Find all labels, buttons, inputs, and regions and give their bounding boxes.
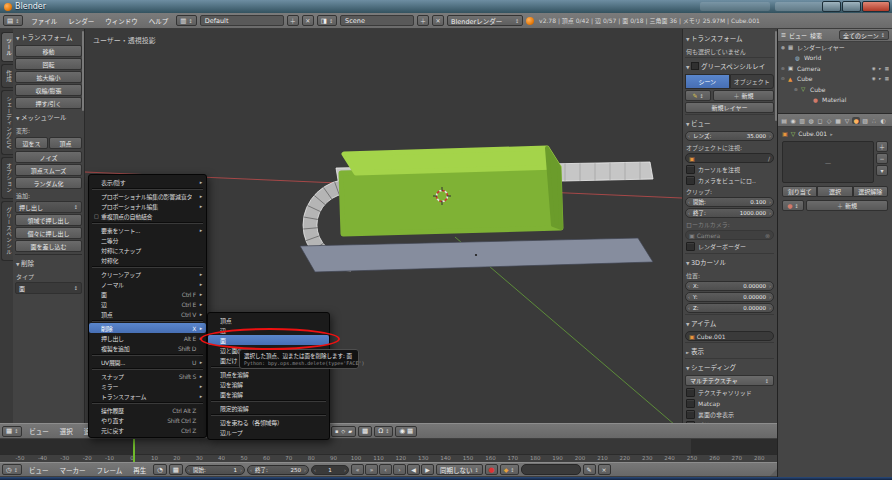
menu-item[interactable]: プロポーショナル編集 ▸ [89,201,206,211]
material-specials-button[interactable]: ▾ [876,165,888,176]
timeline-content[interactable] [0,439,777,454]
current-frame-marker[interactable] [133,439,135,462]
eyedropper-icon[interactable]: ∕ [768,155,770,162]
menu-item[interactable]: クリーンアップ ▸ [89,269,206,279]
remove-material-slot-button[interactable]: − [876,153,888,164]
menu-item[interactable]: 選択 [55,425,78,437]
item-name-field[interactable]: ▣Cube.001 [685,331,774,341]
current-frame-field[interactable]: 1 [311,465,349,475]
cursor-z-slider[interactable]: Z:0.00000 [685,303,774,313]
tool-shelf-tab[interactable]: オプション [1,157,13,199]
menu-item[interactable]: ミラー ▸ [89,381,206,391]
menu-item[interactable]: 頂点を溶解 [208,369,329,379]
shading-checkbox[interactable]: 裏面の非表示 [686,410,773,419]
close-button[interactable] [862,1,890,12]
visibility-toggles[interactable]: ◉ ▸ ▦ [872,66,890,71]
maximize-button[interactable] [842,1,861,12]
menu-item[interactable]: トランスフォーム ▸ [89,391,206,401]
outliner-row-cube[interactable]: ⊖▲Cube◉ ▸ ▦ [778,74,892,85]
record-button[interactable]: ● [485,464,498,475]
tool-button[interactable]: ノイズ [15,151,82,163]
sync-dropdown[interactable]: 同期しない↕ [436,464,483,475]
menu-item[interactable]: レンダー [63,15,99,27]
visibility-toggles[interactable]: ◉ ▸ ▦ [872,76,890,81]
gp-draw-dropdown[interactable]: ✎↕ [685,90,711,101]
opengl-render-buttons[interactable]: ◉▦ [395,426,417,437]
playback-button[interactable]: ◀ [407,464,420,475]
menu-item[interactable] [89,319,206,323]
keying-set-dropdown[interactable]: ◆↕ [500,464,519,475]
delete-type-dropdown[interactable]: 面↕ [15,282,82,294]
menu-item[interactable]: マーカー [54,464,90,476]
menu-item[interactable]: 削除 X ▸ [89,323,206,333]
properties-tab-icon[interactable]: ▽ [843,117,851,124]
outliner-row-render-layers[interactable]: ●▦レンダーレイヤー [778,42,892,53]
frame-start-slider[interactable]: 開始:1 [185,465,245,475]
shading-checkbox[interactable]: テクスチャソリッド [686,388,773,397]
properties-tab-icon[interactable]: ◻ [816,117,824,124]
menu-item[interactable]: やり直す Shift Ctrl Z [89,415,206,425]
editor-type-button[interactable]: ▤↕ [3,15,23,26]
menu-item[interactable]: 対称にスナップ [89,245,206,255]
properties-tab-icon[interactable]: ◐ [879,117,887,124]
properties-tab-icon[interactable]: ▤ [780,117,788,124]
menu-item[interactable]: スナップ Shift S ▸ [89,371,206,381]
tool-button[interactable]: 拡大縮小 [15,71,82,83]
tool-shelf-tab[interactable]: グリースペンシル [1,201,13,261]
select-mode-buttons[interactable]: ▪ ◇ ▰ [331,426,356,437]
tool-button[interactable]: ランダム化 [15,177,82,189]
local-camera-field[interactable]: ▣Camera⊗ [685,230,774,240]
menu-item[interactable]: 辺 Ctrl E ▸ [89,299,206,309]
clip-end-slider[interactable]: 終了:1000.000 [685,208,774,218]
screen-layout-icon-button[interactable]: ▥↕ [176,15,196,26]
menu-item[interactable]: UV展開... U ▸ [89,357,206,367]
panel-header-item[interactable]: アイテム [685,314,774,330]
cursor-y-slider[interactable]: Y:0.00000 [685,292,774,302]
menu-item[interactable]: ノーマル ▸ [89,279,206,289]
menu-item[interactable]: 頂点 Ctrl V ▸ [89,309,206,319]
menu-item[interactable] [89,353,206,357]
menu-item[interactable] [89,265,206,269]
lock-object-field[interactable]: ▣∕ [685,153,774,163]
face-select-icon[interactable]: ▰ [348,428,352,434]
properties-tab-icon[interactable]: ◉ [789,117,797,124]
add-material-slot-button[interactable]: ＋ [876,141,888,152]
menu-item[interactable]: 対称化 [89,255,206,265]
menu-item[interactable]: 操作履歴 Ctrl Alt Z [89,405,206,415]
properties-tab-icon[interactable]: ◇ [825,117,833,124]
panel-header-3d-cursor[interactable]: 3Dカーソル [685,253,774,269]
menu-item[interactable] [208,399,329,403]
outliner-filter-dropdown[interactable]: 全てのシーン↕ [839,30,889,40]
playback-button[interactable]: › [393,464,406,475]
tool-button[interactable]: 押す/引く [15,97,82,109]
extrude-dropdown[interactable]: 押し出し↕ [15,201,82,213]
lock-cursor-checkbox[interactable]: カーソルを注視 [686,165,773,174]
occlude-geometry-button[interactable]: ▩ [358,426,372,437]
properties-tab-icon[interactable]: ▨ [861,117,869,124]
outliner-editor-icon[interactable]: ☰ [781,32,786,38]
gp-new-layer-button[interactable]: 新規レイヤー [685,102,774,113]
menu-item[interactable]: 二等分 [89,235,206,245]
new-material-button[interactable]: ＋新規 [806,200,888,211]
edge-select-icon[interactable]: ◇ [341,428,345,434]
clip-start-slider[interactable]: 開始:0.100 [685,197,774,207]
playback-button[interactable]: ‹ [379,464,392,475]
insert-keyframe-button[interactable]: ✎ [583,464,596,475]
menu-item[interactable]: 辺を束ねる（各領域毎） [208,417,329,427]
tool-shelf-tab[interactable]: ツール [1,32,13,62]
menu-item[interactable]: 限定的溶解 [208,403,329,413]
panel-header-display[interactable]: 表示 [685,342,774,358]
properties-tab-icon[interactable]: ▥ [798,117,806,124]
tool-button[interactable]: 領域で押し出し [15,214,82,226]
panel-header-view[interactable]: ビュー [685,114,774,130]
menu-item[interactable]: □ 重複頂点の自動結合 [89,211,206,221]
tool-button[interactable]: 個々に押し出し [15,227,82,239]
menu-item[interactable] [89,221,206,225]
outliner-row-cube-data[interactable]: ⊕▽Cube [778,84,892,95]
shading-checkbox[interactable]: Matcap [686,399,773,408]
tool-button[interactable]: 面を差し込む [15,240,82,252]
menu-item[interactable] [89,187,206,191]
gp-new-button[interactable]: ＋新規 [713,90,774,101]
lens-slider[interactable]: レンズ:35.000 [685,131,774,141]
menu-item[interactable]: ヘルプ [144,15,174,27]
